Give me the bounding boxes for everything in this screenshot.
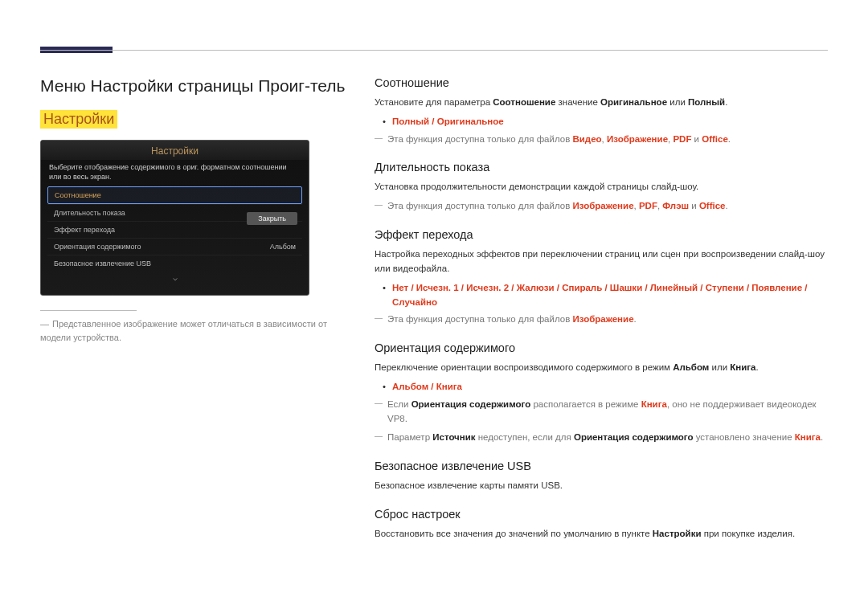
section-note: Эта функция доступна только для файлов И… xyxy=(375,313,828,327)
left-column: Меню Настройки страницы Проиг-тель Настр… xyxy=(40,76,346,556)
section-highlight: Настройки xyxy=(40,110,117,129)
shot-close-button[interactable]: Закрыть xyxy=(247,212,297,225)
caption-rule xyxy=(40,310,137,311)
shot-item-label: Соотношение xyxy=(55,191,101,199)
shot-item-orientation[interactable]: Ориентация содержимого Альбом xyxy=(47,238,302,255)
section-heading: Соотношение xyxy=(375,76,828,89)
shot-description: Выберите отображение содержимого в ориг.… xyxy=(41,160,309,186)
shot-item-label: Длительность показа xyxy=(54,209,125,217)
shot-item-label: Безопасное извлечение USB xyxy=(54,260,151,268)
section-reset: Сброс настроек Восстановить все значения… xyxy=(375,508,828,541)
section-note: Эта функция доступна только для файлов И… xyxy=(375,199,828,214)
section-paragraph: Восстановить все значения до значений по… xyxy=(375,527,828,541)
shot-item-label: Ориентация содержимого xyxy=(54,243,141,251)
shot-item-ratio[interactable]: Соотношение xyxy=(47,186,302,204)
section-note: Эта функция доступна только для файлов В… xyxy=(375,133,828,147)
section-heading: Безопасное извлечение USB xyxy=(375,460,828,472)
option-list: Полный / Оригинальное xyxy=(375,115,828,129)
header-rule xyxy=(40,50,828,51)
section-heading: Сброс настроек xyxy=(375,508,828,521)
option-list: Альбом / Книга xyxy=(375,380,828,394)
section-usb: Безопасное извлечение USB Безопасное изв… xyxy=(375,460,828,493)
section-heading: Ориентация содержимого xyxy=(375,341,828,354)
section-paragraph: Настройка переходных эффектов при перекл… xyxy=(375,247,828,276)
page-content: Меню Настройки страницы Проиг-тель Настр… xyxy=(40,76,828,556)
shot-menu-list: Соотношение Длительность показа Закрыть … xyxy=(41,186,309,295)
shot-item-usb[interactable]: Безопасное извлечение USB xyxy=(47,255,302,272)
screenshot-mock: Настройки Выберите отображение содержимо… xyxy=(40,140,309,296)
shot-item-label: Эффект перехода xyxy=(54,226,115,234)
page-title: Меню Настройки страницы Проиг-тель xyxy=(40,76,346,96)
shot-down-arrow-icon[interactable]: ⌵ xyxy=(47,272,302,287)
section-orientation: Ориентация содержимого Переключение орие… xyxy=(375,341,828,445)
section-paragraph: Безопасное извлечение карты памяти USB. xyxy=(375,479,828,493)
option-list: Нет / Исчезн. 1 / Исчезн. 2 / Жалюзи / С… xyxy=(375,281,828,310)
shot-title: Настройки xyxy=(41,141,309,160)
section-heading: Длительность показа xyxy=(375,161,828,174)
caption-text: Представленное изображение может отличат… xyxy=(40,319,327,342)
right-column: Соотношение Установите для параметра Соо… xyxy=(375,76,828,556)
section-paragraph: Установите для параметра Соотношение зна… xyxy=(375,96,828,110)
section-paragraph: Установка продолжительности демонстрации… xyxy=(375,180,828,194)
section-heading: Эффект перехода xyxy=(375,228,828,241)
section-note: Параметр Источник недоступен, если для О… xyxy=(375,431,828,445)
image-disclaimer: ―Представленное изображение может отлича… xyxy=(40,317,346,344)
section-duration: Длительность показа Установка продолжите… xyxy=(375,161,828,214)
section-paragraph: Переключение ориентации воспроизводимого… xyxy=(375,361,828,375)
section-ratio: Соотношение Установите для параметра Соо… xyxy=(375,76,828,146)
section-note: Если Ориентация содержимого располагаетс… xyxy=(375,398,828,427)
section-transition: Эффект перехода Настройка переходных эфф… xyxy=(375,228,828,327)
shot-item-value: Альбом xyxy=(270,243,296,251)
